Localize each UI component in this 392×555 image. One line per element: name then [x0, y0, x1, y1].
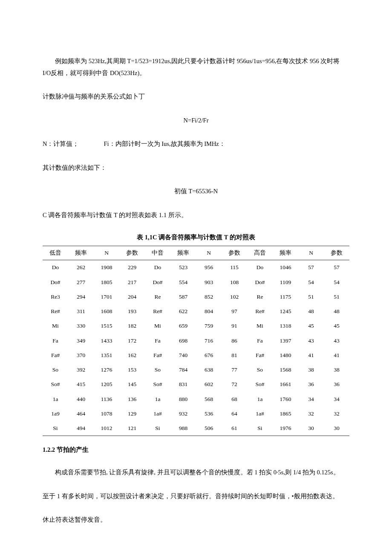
- table-cell: 43: [324, 334, 349, 348]
- table-cell: Do#: [247, 275, 273, 290]
- section-heading-beat: 1.2.2 节拍的产生: [43, 445, 349, 455]
- paragraph-beat-2: 至于 1 有多长时间，可以按照设计者来决定，只要好听就行。音持续时间的长短即时值…: [43, 491, 349, 503]
- table-row: Mi3301515182Mi65975991Mi13184545: [43, 319, 349, 333]
- table-cell: 1a: [43, 392, 68, 407]
- table-cell: Fa: [43, 334, 68, 348]
- table-cell: 38: [324, 363, 349, 377]
- th-high-note: 高音: [247, 246, 273, 260]
- table-cell: 602: [196, 377, 222, 392]
- table-cell: Fa#: [145, 348, 170, 363]
- table-cell: 204: [119, 290, 145, 304]
- table-cell: Do#: [145, 275, 170, 290]
- table-cell: 77: [222, 363, 247, 377]
- table-cell: 172: [119, 334, 145, 348]
- table-cell: 68: [222, 392, 247, 407]
- table-cell: 48: [324, 304, 349, 319]
- table-cell: 91: [222, 319, 247, 333]
- document-page: 例如频率为 523Hz,其周期 T=1/523=1912us,因此只要令计数器计…: [0, 0, 392, 555]
- table-cell: 36: [324, 377, 349, 392]
- table-cell: 1046: [273, 260, 298, 275]
- table-row: 1a44011361361a880568681a17603434: [43, 392, 349, 407]
- table-cell: Do: [43, 260, 68, 275]
- table-cell: 182: [119, 319, 145, 333]
- table-cell: 145: [119, 377, 145, 392]
- table-row: Re32941701204Re587852102Re11755151: [43, 290, 349, 304]
- table-row: So3921276153So78463877So15683838: [43, 363, 349, 377]
- table-cell: 262: [68, 260, 94, 275]
- table-cell: 229: [119, 260, 145, 275]
- table-cell: 45: [324, 319, 349, 333]
- table-cell: Fa: [247, 334, 273, 348]
- table-cell: 804: [196, 304, 222, 319]
- table-cell: 464: [68, 407, 94, 421]
- table-cell: So#: [247, 377, 273, 392]
- table-cell: 536: [196, 407, 222, 421]
- th-high-param: 参数: [324, 246, 349, 260]
- table-cell: So#: [145, 377, 170, 392]
- table-cell: 587: [170, 290, 196, 304]
- table-cell: 698: [170, 334, 196, 348]
- table-cell: 988: [170, 421, 196, 436]
- table-cell: 956: [196, 260, 222, 275]
- table-cell: 1908: [94, 260, 119, 275]
- table-cell: 784: [170, 363, 196, 377]
- table-cell: 1865: [273, 407, 298, 421]
- table-cell: Re3: [43, 290, 68, 304]
- table-cell: 1480: [273, 348, 298, 363]
- table-cell: 1760: [273, 392, 298, 407]
- table-cell: Re#: [145, 304, 170, 319]
- table-cell: 36: [298, 377, 324, 392]
- table-cell: 1175: [273, 290, 298, 304]
- table-cell: 880: [170, 392, 196, 407]
- table-cell: Si: [247, 421, 273, 436]
- th-mid-param: 参数: [222, 246, 247, 260]
- table-cell: 34: [298, 392, 324, 407]
- table-cell: 1a: [145, 392, 170, 407]
- table-cell: 38: [298, 363, 324, 377]
- table-row: Fa#3701351162Fa#74067681Fa#14804141: [43, 348, 349, 363]
- table-cell: 162: [119, 348, 145, 363]
- table-cell: 1078: [94, 407, 119, 421]
- table-cell: 1515: [94, 319, 119, 333]
- table-cell: 193: [119, 304, 145, 319]
- table-cell: 1701: [94, 290, 119, 304]
- table-cell: 61: [222, 421, 247, 436]
- table-cell: 57: [324, 260, 349, 275]
- table-cell: 506: [196, 421, 222, 436]
- table-cell: 759: [196, 319, 222, 333]
- formula-t: 初值 T=65536-N: [43, 186, 349, 198]
- table-cell: 1109: [273, 275, 298, 290]
- table-cell: 1a9: [43, 407, 68, 421]
- th-high-freq: 频率: [273, 246, 298, 260]
- table-cell: Mi: [145, 319, 170, 333]
- table-cell: Re: [145, 290, 170, 304]
- table-cell: 43: [298, 334, 324, 348]
- table-cell: 1a#: [247, 407, 273, 421]
- table-cell: 277: [68, 275, 94, 290]
- table-cell: 1397: [273, 334, 298, 348]
- table-cell: 1a: [247, 392, 273, 407]
- paragraph-beat-3: 休止符表达暂停发音。: [43, 514, 349, 526]
- table-cell: 136: [119, 392, 145, 407]
- table-cell: 903: [196, 275, 222, 290]
- table-cell: 831: [170, 377, 196, 392]
- table-cell: 311: [68, 304, 94, 319]
- formula-n: N=Fi/2/Fr: [43, 115, 349, 127]
- th-low-param: 参数: [119, 246, 145, 260]
- table-cell: 716: [196, 334, 222, 348]
- table-cell: 415: [68, 377, 94, 392]
- table-cell: 86: [222, 334, 247, 348]
- table-cell: 54: [298, 275, 324, 290]
- table-cell: 30: [298, 421, 324, 436]
- table-cell: 1608: [94, 304, 119, 319]
- table-cell: 1661: [273, 377, 298, 392]
- table-cell: 1805: [94, 275, 119, 290]
- table-cell: 370: [68, 348, 94, 363]
- table-cell: Mi: [43, 319, 68, 333]
- table-cell: 1276: [94, 363, 119, 377]
- table-cell: 54: [324, 275, 349, 290]
- table-cell: 568: [196, 392, 222, 407]
- table-cell: Fa: [145, 334, 170, 348]
- table-cell: 129: [119, 407, 145, 421]
- table-cell: Re#: [247, 304, 273, 319]
